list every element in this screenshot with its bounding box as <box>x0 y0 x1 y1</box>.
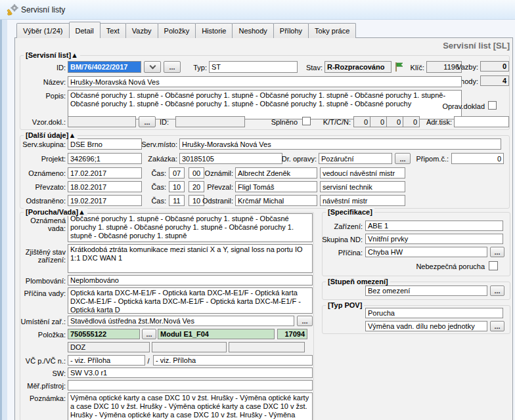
polozka-label: Položka: <box>20 331 66 339</box>
prevzal-field[interactable]: Fligl Tomáš <box>235 181 317 192</box>
nebezpecna-porucha-label: Nebezpečná porucha <box>407 262 485 270</box>
oznamil-role-field[interactable]: vedoucí návěstní mistr <box>320 167 405 178</box>
id-dropdown-button[interactable] <box>144 61 161 73</box>
projekt-field[interactable]: 342696;1 <box>68 153 142 164</box>
doz-field-3 <box>229 342 305 352</box>
typ-pov-field-1[interactable]: Porucha <box>365 308 503 318</box>
id-lookup-button[interactable]: ... <box>164 61 181 73</box>
cas2-hh-field[interactable]: 10 <box>169 181 185 192</box>
polozka-id-field[interactable]: 17094 <box>277 329 307 339</box>
vzor-dokl-label: Vzor.dokl.: <box>20 118 66 126</box>
prevzato-date-field[interactable]: 18.02.2017 <box>68 181 142 192</box>
cas1-label: Čas: <box>146 169 166 177</box>
splneno-label: Splněno <box>265 118 298 126</box>
ktcn-label: K/T/C/N: <box>321 118 351 126</box>
stupen-omezeni-field[interactable]: Bez omezení <box>365 285 487 296</box>
id2-field <box>175 116 245 127</box>
odstraneno-label: Odstraněno: <box>18 197 66 205</box>
tab-strip: Výběr (1/24) Detail Text Vazby Položky H… <box>16 22 355 38</box>
tab-vyber[interactable]: Výběr (1/24) <box>16 23 70 38</box>
serv-misto-label: Serv.místo: <box>135 140 177 148</box>
oznamena-vada-textarea[interactable]: Občasné poruchy 1. stupně - Občasné poru… <box>68 213 313 242</box>
vc-n-field[interactable]: - viz. Příloha <box>153 355 313 366</box>
neshody-field: 4 <box>480 75 509 86</box>
klic-label: Klíč: <box>403 64 424 72</box>
nazev-field[interactable]: Hrušky-Moravská Nová Ves <box>68 76 462 87</box>
chevron-down-icon <box>149 63 156 70</box>
oprav-doklad-checkbox[interactable] <box>488 101 497 110</box>
pricina-lookup-button[interactable]: ... <box>490 247 504 257</box>
stav-label: Stav: <box>299 64 323 72</box>
dr-opravy-lookup-button[interactable]: ... <box>395 153 411 164</box>
skupina-nd-field[interactable]: Vnitřní prvky <box>365 234 503 244</box>
serv-misto-field[interactable]: Hrušky-Moravská Nová Ves <box>179 138 501 150</box>
cas3-label: Čas: <box>146 197 166 205</box>
doz-field: DOZ <box>68 342 150 352</box>
tab-prilohy[interactable]: Přílohy <box>273 23 309 38</box>
umisteni-field[interactable]: Stavědlová ústředna žst.Mor.Nová Ves <box>68 316 294 326</box>
polozka-lookup-button[interactable]: ... <box>142 329 156 339</box>
vc-label: VČ p./VČ n.: <box>18 357 66 365</box>
serv-skupina-field[interactable]: DSE Brno <box>68 138 142 150</box>
odstranil-field[interactable]: Krčmář Michal <box>235 195 317 206</box>
typ-pov-field-2[interactable]: Výměna vadn. dílu nebo jednotky <box>365 321 487 331</box>
zakazka-label: Zakázka: <box>135 155 177 163</box>
odstranil-label: Odstranil: <box>184 197 233 205</box>
skupina-nd-label: Skupina ND: <box>315 236 363 243</box>
typ-label: Typ: <box>187 64 207 72</box>
tab-historie[interactable]: Historie <box>195 23 233 38</box>
poznamka-textarea[interactable]: Výměna optické karty a case DXC 10 v žst… <box>68 392 313 420</box>
tab-toky-prace[interactable]: Toky práce <box>308 23 356 38</box>
plombovani-field[interactable]: Neplombováno <box>68 275 313 285</box>
stav-field: R-Rozpracováno <box>325 61 392 73</box>
oznamil-field[interactable]: Albrecht Zdeněk <box>235 167 317 178</box>
id-field[interactable]: BM/76/4022/2017 <box>68 61 141 73</box>
vazby-label: Vazby: <box>447 63 478 71</box>
adr-tisk-label: Adr.tisk: <box>420 118 452 126</box>
tab-text[interactable]: Text <box>100 23 126 38</box>
cas3-hh-field[interactable]: 11 <box>169 195 185 206</box>
odstraneno-date-field[interactable]: 19.02.2017 <box>68 195 142 206</box>
typ-pov-lookup-button[interactable]: ... <box>490 321 504 331</box>
zarizeni-field[interactable]: ABE 1 <box>365 220 503 231</box>
projekt-label: Projekt: <box>18 155 66 163</box>
oznameno-date-field[interactable]: 17.02.2017 <box>68 167 142 178</box>
id-label: ID: <box>20 64 66 72</box>
pripom-field[interactable]: 0 <box>451 153 504 164</box>
popis-label: Popis: <box>20 92 66 100</box>
popis-textarea[interactable]: Občasné poruchy 1. stupně - Občasné poru… <box>68 90 462 119</box>
ktcn-field-k: 0 <box>353 116 370 127</box>
zjisteny-stav-label: Zjištěný stav zařízení: <box>20 248 66 264</box>
vzor-dokl-field <box>68 116 136 127</box>
sw-field[interactable]: SW V3.0 r1 <box>68 368 313 378</box>
umisteni-lookup-button[interactable]: ... <box>297 316 313 326</box>
pricina-vady-label: Příčina vady: <box>20 289 66 297</box>
tab-detail[interactable]: Detail <box>69 22 101 38</box>
dr-opravy-field[interactable]: Pozáruční <box>319 153 392 164</box>
polozka-code-field[interactable]: 750555122 <box>68 329 140 339</box>
panel-title: Servisní list [SL] <box>394 41 510 51</box>
oznamil-label: Oznámil: <box>184 169 233 177</box>
typ-field[interactable]: ST <box>209 61 298 73</box>
umisteni-label: Umístění zař.: <box>18 318 66 326</box>
tab-vazby[interactable]: Vazby <box>125 23 158 38</box>
zakazka-field[interactable]: 30185105 <box>179 153 282 164</box>
prevzal-role-field[interactable]: servisní technik <box>320 181 405 192</box>
odstranil-role-field[interactable]: návěstní mistr <box>320 195 405 206</box>
vc-p-field[interactable]: - viz. Příloha <box>68 355 145 366</box>
cas1-hh-field[interactable]: 07 <box>169 167 185 178</box>
pricina-field[interactable]: Chyba HW <box>365 247 487 257</box>
mer-pristroj-field[interactable] <box>68 380 313 390</box>
pricina-vady-textarea[interactable]: Optická karta DXC-M-E1/F - Optická karta… <box>68 287 313 314</box>
nebezpecna-porucha-checkbox[interactable] <box>489 261 498 270</box>
stupen-omezeni-lookup-button[interactable]: ... <box>490 285 504 296</box>
polozka-name-field[interactable]: Modul E1_F04 <box>158 329 275 339</box>
tab-neshody[interactable]: Neshody <box>232 23 273 38</box>
adr-tisk-field[interactable] <box>454 116 509 127</box>
vazby-field: 0 <box>480 61 509 72</box>
pricina-label: Příčina: <box>315 249 363 257</box>
zjisteny-stav-textarea[interactable]: Krátkodobá ztráta komunikace mezi stanic… <box>68 244 313 273</box>
tools-icon <box>7 4 18 16</box>
splneno-checkbox[interactable] <box>302 117 311 125</box>
tab-polozky[interactable]: Položky <box>158 23 196 38</box>
